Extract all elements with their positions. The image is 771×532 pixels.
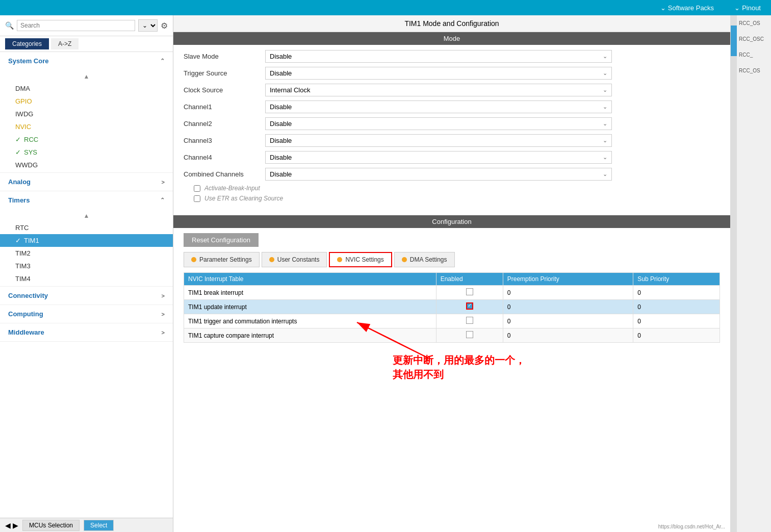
channel4-select[interactable]: Disable ⌄ [265,151,612,164]
channel3-select[interactable]: Disable ⌄ [265,134,612,147]
sidebar-item-nvic[interactable]: NVIC [0,120,173,133]
pinout-menu[interactable]: ⌄ Pinout [734,4,761,12]
nav-right-icon[interactable]: ▶ [13,521,18,529]
use-etr-checkbox[interactable] [194,195,200,202]
sidebar-item-rcc[interactable]: ✓ RCC [0,133,173,146]
sidebar-item-rtc[interactable]: RTC [0,221,173,234]
nvic-label: NVIC [15,123,31,131]
section-header-analog[interactable]: Analog > [0,173,173,191]
tab-dma-settings[interactable]: DMA Settings [394,252,455,267]
reset-configuration-button[interactable]: Reset Configuration [184,233,259,247]
tab-user-constants[interactable]: User Constants [262,252,327,267]
use-etr-row: Use ETR as Clearing Source [184,195,720,202]
sidebar-item-sys[interactable]: ✓ SYS [0,146,173,159]
search-input[interactable] [17,20,135,31]
trigger-source-arrow: ⌄ [603,70,607,77]
section-header-system-core[interactable]: System Core ⌃ [0,52,173,70]
section-header-middleware[interactable]: Middleware > [0,323,173,341]
use-etr-label: Use ETR as Clearing Source [204,195,283,202]
sidebar-item-tim1[interactable]: ✓ TIM1 [0,234,173,247]
watermark: https://blog.csdn.net/Hot_Ar... [658,524,725,529]
check-icon-rcc: ✓ [15,136,21,143]
mode-section-header: Mode [173,32,730,45]
slave-mode-arrow: ⌄ [603,53,607,60]
nav-left-icon[interactable]: ◀ [5,521,11,529]
activate-break-row: Activate-Break-Input [184,185,720,192]
channel1-row: Channel1 Disable ⌄ [184,100,720,113]
right-label-0: RCC_OS [739,20,764,26]
section-header-computing[interactable]: Computing > [0,305,173,323]
channel1-select[interactable]: Disable ⌄ [265,100,612,113]
nvic-row0-enabled[interactable] [436,286,503,300]
table-row: TIM1 break interrupt 0 0 [184,286,720,300]
annotation-text: 更新中断，用的最多的一个，其他用不到 [393,353,525,382]
channel3-value: Disable [270,137,292,144]
scrollbar[interactable] [731,15,737,532]
channel4-value: Disable [270,154,292,161]
combined-channels-arrow: ⌄ [603,171,607,178]
tab-parameter-settings[interactable]: Parameter Settings [184,252,260,267]
sidebar-item-dma[interactable]: DMA [0,82,173,95]
scrollbar-thumb[interactable] [731,26,737,56]
section-computing: Computing > [0,305,173,323]
nvic-col-interrupt: NVIC Interrupt Table [184,273,436,286]
nvic-row0-interrupt: TIM1 break interrupt [184,286,436,300]
combined-channels-row: Combined Channels Disable ⌄ [184,168,720,181]
right-label-3: RCC_OS [739,68,764,73]
tab-az[interactable]: A->Z [51,38,79,49]
search-dropdown[interactable]: ⌄ [138,19,158,32]
gear-icon[interactable]: ⚙ [161,21,168,31]
activate-break-checkbox[interactable] [194,185,200,192]
section-connectivity: Connectivity > [0,287,173,305]
main-layout: 🔍 ⌄ ⚙ Categories A->Z System Core ⌃ ▲ DM… [0,15,771,532]
software-packs-menu[interactable]: ⌄ Software Packs [660,4,714,12]
section-label-middleware: Middleware [8,328,44,336]
tab-categories[interactable]: Categories [5,38,49,49]
sidebar: 🔍 ⌄ ⚙ Categories A->Z System Core ⌃ ▲ DM… [0,15,173,532]
clock-source-arrow: ⌄ [603,87,607,93]
mode-section-label: Mode [444,35,460,42]
sidebar-item-gpio[interactable]: GPIO [0,95,173,108]
slave-mode-row: Slave Mode Disable ⌄ [184,50,720,63]
sidebar-item-tim4[interactable]: TIM4 [0,272,173,285]
channel2-select[interactable]: Disable ⌄ [265,117,612,130]
section-timers: Timers ⌃ ▲ RTC ✓ TIM1 TIM2 [0,191,173,287]
wwdg-label: WWDG [15,161,38,169]
content-title: TIM1 Mode and Configuration [173,15,730,32]
section-middleware: Middleware > [0,323,173,342]
chevron-connectivity: > [162,293,165,299]
clock-source-label: Clock Source [184,86,265,94]
trigger-source-select[interactable]: Disable ⌄ [265,67,612,80]
sidebar-item-tim2[interactable]: TIM2 [0,247,173,260]
bottom-tab-select[interactable]: Select [84,520,114,531]
user-dot [269,257,274,262]
sidebar-item-wwdg[interactable]: WWDG [0,159,173,171]
bottom-bar: ◀ ▶ MCUs Selection Select [0,518,173,532]
bottom-tab-mcu[interactable]: MCUs Selection [22,520,80,531]
nvic-row3-preemption: 0 [503,328,633,343]
slave-mode-select[interactable]: Disable ⌄ [265,50,612,63]
nvic-row1-preemption: 0 [503,300,633,314]
channel2-label: Channel2 [184,120,265,128]
config-section-header: Configuration [173,215,730,228]
rtc-label: RTC [15,224,29,232]
sidebar-item-iwdg[interactable]: IWDG [0,108,173,120]
search-bar: 🔍 ⌄ ⚙ [0,15,173,36]
param-dot [191,257,196,262]
section-label-connectivity: Connectivity [8,292,48,299]
sidebar-item-tim3[interactable]: TIM3 [0,260,173,272]
up-arrow-timers: ▲ [0,210,173,221]
category-tabs: Categories A->Z [0,36,173,52]
slave-mode-label: Slave Mode [184,53,265,60]
section-header-connectivity[interactable]: Connectivity > [0,287,173,305]
clock-source-select[interactable]: Internal Clock ⌄ [265,84,612,96]
channel3-arrow: ⌄ [603,137,607,144]
section-header-timers[interactable]: Timers ⌃ [0,191,173,209]
sys-label: SYS [24,148,37,156]
channel4-arrow: ⌄ [603,154,607,161]
nvic-row0-sub: 0 [633,286,720,300]
sidebar-content: System Core ⌃ ▲ DMA GPIO IWDG NVIC [0,52,173,518]
tab-nvic-settings[interactable]: NVIC Settings [329,252,392,267]
combined-channels-select[interactable]: Disable ⌄ [265,168,612,181]
section-analog: Analog > [0,173,173,191]
